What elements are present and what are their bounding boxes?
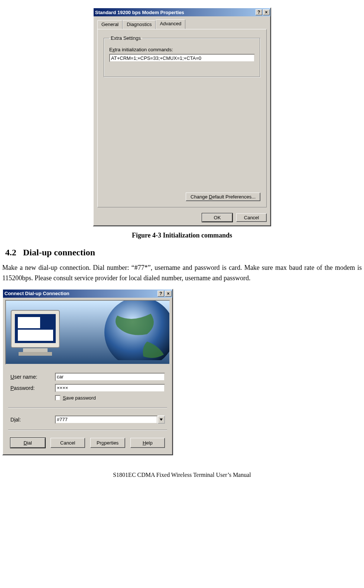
username-input[interactable]: [55, 373, 165, 381]
change-default-preferences-button[interactable]: Change Default Preferences...: [186, 193, 260, 201]
close-button[interactable]: ×: [263, 9, 270, 15]
separator: [8, 407, 167, 408]
window-title: Connect Dial-up Connection: [4, 291, 69, 296]
monitor-icon: [8, 307, 68, 359]
password-label: Password:: [10, 385, 55, 391]
banner-image: [5, 300, 170, 365]
extra-settings-legend: Extra Settings: [109, 35, 142, 41]
page-footer: S1801EC CDMA Fixed Wireless Terminal Use…: [0, 472, 364, 478]
tab-strip: General Diagnostics Advanced: [94, 16, 270, 29]
connect-dialup-dialog: Connect Dial-up Connection ? ×: [2, 289, 173, 455]
dialog-buttons: OK Cancel: [94, 211, 270, 226]
init-commands-input[interactable]: [109, 54, 255, 62]
dial-label: Dial:: [10, 417, 55, 423]
titlebar: Standard 19200 bps Modem Properties ? ×: [94, 8, 270, 16]
section-number: 4.2: [5, 248, 16, 257]
dialog-buttons: Dial Cancel Properties Help: [3, 432, 172, 455]
titlebar: Connect Dial-up Connection ? ×: [3, 290, 172, 298]
ok-button[interactable]: OK: [202, 213, 233, 222]
chevron-down-icon[interactable]: [157, 416, 165, 424]
window-title: Standard 19200 bps Modem Properties: [95, 10, 184, 15]
properties-button[interactable]: Properties: [90, 438, 125, 448]
save-password-checkbox[interactable]: [55, 395, 61, 401]
section-heading: 4.2 Dial-up connection: [5, 248, 364, 258]
close-button[interactable]: ×: [165, 291, 172, 297]
section-title: Dial-up connection: [23, 248, 95, 257]
help-button[interactable]: Help: [130, 438, 165, 448]
help-button[interactable]: ?: [157, 291, 164, 297]
password-input[interactable]: [55, 384, 165, 392]
modem-properties-dialog: Standard 19200 bps Modem Properties ? × …: [93, 7, 271, 226]
username-label: User name:: [10, 374, 55, 380]
tab-advanced[interactable]: Advanced: [156, 19, 185, 29]
cancel-button[interactable]: Cancel: [236, 213, 267, 222]
svg-rect-4: [19, 352, 52, 356]
figure-caption: Figure 4-3 Initialization commands: [0, 232, 364, 239]
svg-marker-7: [160, 419, 163, 421]
form: User name: Password: Save password: [3, 367, 172, 406]
separator: [8, 430, 167, 430]
body-paragraph: Make a new dial-up connection. Dial numb…: [2, 263, 362, 284]
cancel-button[interactable]: Cancel: [51, 438, 85, 448]
dial-button[interactable]: Dial: [10, 438, 45, 448]
tab-general[interactable]: General: [97, 20, 123, 30]
tab-panel-advanced: Extra Settings Extra initialization comm…: [97, 29, 267, 207]
help-button[interactable]: ?: [256, 9, 262, 15]
svg-rect-6: [18, 330, 53, 341]
init-commands-label: Extra initialization commands:: [109, 47, 255, 52]
extra-settings-group: Extra Settings Extra initialization comm…: [104, 35, 260, 77]
dial-input[interactable]: [55, 416, 157, 424]
svg-rect-5: [18, 317, 40, 328]
save-password-label: Save password: [63, 395, 96, 401]
svg-rect-3: [23, 348, 48, 352]
dial-combo[interactable]: [55, 416, 165, 424]
tab-diagnostics[interactable]: Diagnostics: [123, 20, 156, 30]
globe-icon: [95, 300, 170, 360]
